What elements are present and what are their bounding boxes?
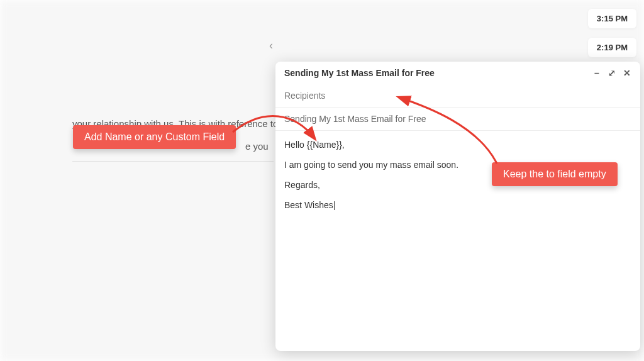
timestamp: 2:19 PM <box>588 38 636 57</box>
subject-input[interactable]: Sending My 1st Mass Email for Free <box>275 108 640 131</box>
callout-keep-empty: Keep the to field empty <box>492 162 618 186</box>
compose-header: Sending My 1st Mass Email for Free – ⤢ ✕ <box>275 62 640 84</box>
timestamp: 3:15 PM <box>588 9 636 28</box>
recipients-input[interactable]: Recipients <box>275 84 640 108</box>
expand-icon[interactable]: ⤢ <box>608 68 616 78</box>
back-icon[interactable]: ‹ <box>269 39 273 52</box>
compose-window: Sending My 1st Mass Email for Free – ⤢ ✕… <box>275 62 640 351</box>
background-text-line: e you <box>245 141 269 152</box>
background-separator <box>72 161 274 162</box>
body-signature: Best Wishes <box>284 200 631 210</box>
compose-title: Sending My 1st Mass Email for Free <box>284 68 586 78</box>
callout-add-name: Add Name or any Custom Field <box>73 125 236 149</box>
minimize-icon[interactable]: – <box>592 68 601 78</box>
close-icon[interactable]: ✕ <box>623 68 631 78</box>
body-greeting: Hello {{Name}}, <box>284 140 631 150</box>
